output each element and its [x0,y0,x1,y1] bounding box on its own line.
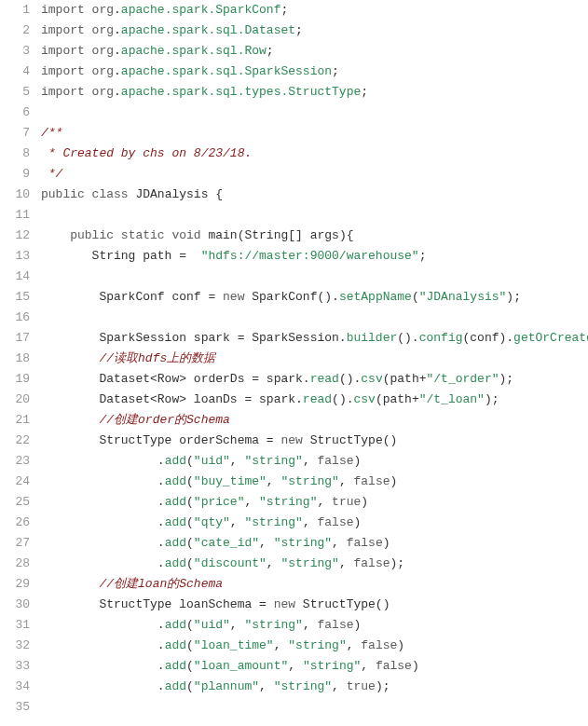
token-str: "string" [244,618,302,632]
token-punct: , [230,454,245,468]
token-comment: //读取hdfs上的数据 [99,351,215,365]
token-punct: ); [390,556,405,570]
line-number: 35 [0,697,30,718]
token-ident: JDAnalysis { [135,187,223,201]
token-str: "string" [259,495,317,509]
token-punct: ); [499,372,514,386]
token-punct: , [317,495,332,509]
token-punct: ) [354,454,362,468]
token-punct: ); [485,392,499,406]
code-line: Dataset<Row> orderDs = spark.read().csv(… [41,369,588,390]
token-bool: false [376,659,412,673]
code-line: */ [41,164,588,185]
line-number: 17 [0,328,30,349]
token-punct: ) [397,638,404,652]
token-method: setAppName [339,290,412,304]
token-ident: (path+ [376,392,419,406]
token-punct: , [361,659,376,673]
token-punct: , [267,556,281,570]
token-method: add [165,556,186,570]
code-line: import org.apache.spark.sql.types.Struct… [41,82,588,103]
code-line [41,267,588,287]
line-number: 10 [0,185,30,205]
token-punct: , [339,474,354,488]
token-ident: String path = [41,249,194,263]
token-punct: ( [186,659,194,673]
token-punct: , [303,618,318,632]
token-kw: new [223,290,252,304]
code-line: import org.apache.spark.sql.Dataset; [41,21,588,41]
token-kw: import [41,85,92,99]
line-number: 26 [0,513,30,533]
token-str: "string" [288,638,346,652]
token-method: add [165,474,186,488]
code-line [41,308,588,328]
code-line: .add("buy_time", "string", false) [41,472,588,492]
line-number: 1 [0,0,30,21]
token-ident: StructType() [310,433,398,447]
token-str: "cate_id" [194,536,259,550]
line-number: 27 [0,533,30,554]
token-str: "qty" [194,515,230,529]
token-str: "string" [303,659,361,673]
token-method: add [165,454,186,468]
line-number: 20 [0,390,30,410]
token-str: "string" [280,474,338,488]
token-punct: , [332,536,347,550]
code-line: import org.apache.spark.sql.Row; [41,41,588,62]
token-punct: ); [506,290,521,304]
token-ident: (). [339,372,361,386]
line-number: 14 [0,267,30,287]
token-ident: Dataset<Row> orderDs = spark. [41,372,310,386]
line-number: 3 [0,41,30,62]
token-punct: ; [280,3,288,17]
line-number: 16 [0,308,30,328]
line-number: 28 [0,554,30,574]
token-punct: ( [186,556,194,570]
code-line: SparkConf conf = new SparkConf().setAppN… [41,287,588,308]
token-ident: SparkConf conf = [41,290,223,304]
token-kw: import [41,44,92,58]
code-line [41,103,588,123]
token-punct: , [274,638,289,652]
token-bool: false [361,638,397,652]
token-ident: . [41,536,165,550]
token-punct: ( [186,679,194,693]
token-ident: . [41,659,165,673]
token-punct: , [332,679,347,693]
token-ident: StructType orderSchema = [41,433,280,447]
token-punct: ; [295,23,303,37]
token-ident: . [41,638,165,652]
token-comment: /** [41,126,62,140]
line-number: 7 [0,123,30,144]
line-number: 9 [0,164,30,185]
code-line: .add("uid", "string", false) [41,451,588,472]
token-punct: , [259,679,274,693]
token-ident: SparkSession spark = SparkSession. [41,331,347,345]
token-punct: ( [186,638,194,652]
token-punct: , [230,618,245,632]
token-str: "loan_time" [194,638,274,652]
token-str: "buy_time" [194,474,267,488]
line-number: 15 [0,287,30,308]
code-line: import org.apache.spark.sql.SparkSession… [41,62,588,82]
line-number: 4 [0,62,30,82]
code-line: .add("discount", "string", false); [41,554,588,574]
code-line: .add("loan_amount", "string", false) [41,656,588,677]
token-punct: ( [186,495,194,509]
token-bool: true [347,679,376,693]
code-line: .add("cate_id", "string", false) [41,533,588,554]
token-punct: , [347,638,362,652]
token-bool: false [354,556,390,570]
token-bool: false [318,515,354,529]
token-punct: ( [186,454,194,468]
token-comment: //创建order的Schema [99,413,229,427]
token-method: builder [347,331,398,345]
token-method: add [165,679,186,693]
token-punct: , [339,556,354,570]
token-kw: new [274,597,303,611]
code-line: import org.apache.spark.SparkConf; [41,0,588,21]
code-line: String path = "hdfs://master:9000/wareho… [41,246,588,267]
token-pkg-pre: org [92,85,114,99]
token-pkg-pre: org [92,23,114,37]
